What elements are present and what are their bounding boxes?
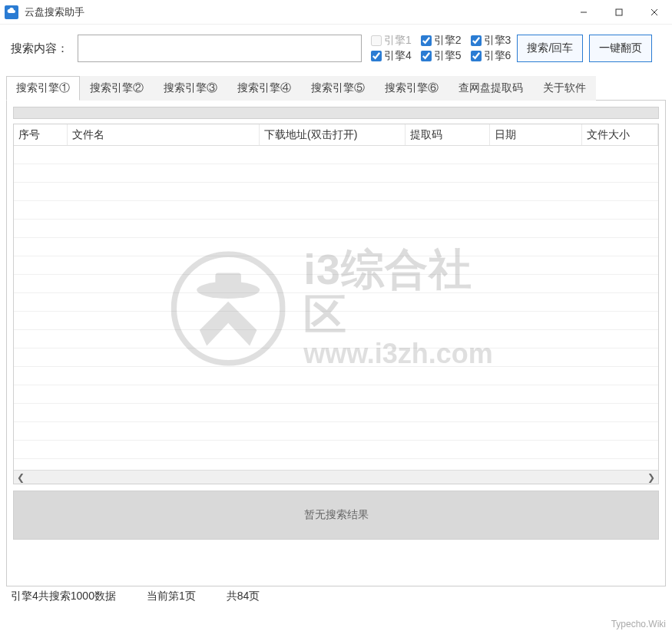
tab-engine-2[interactable]: 搜索引擎② — [80, 76, 154, 101]
engine-5-label: 引擎5 — [434, 49, 462, 63]
table-row — [14, 349, 658, 367]
status-current-page: 当前第1页 — [147, 590, 196, 603]
table-row — [14, 146, 658, 164]
engine-6-checkbox[interactable]: 引擎6 — [471, 49, 511, 63]
tab-engine-4[interactable]: 搜索引擎④ — [227, 76, 301, 101]
minimize-button[interactable] — [566, 0, 601, 25]
table-row — [14, 367, 658, 385]
tab-row: 搜索引擎① 搜索引擎② 搜索引擎③ 搜索引擎④ 搜索引擎⑤ 搜索引擎⑥ 查网盘提… — [0, 75, 672, 100]
scroll-left-icon[interactable]: ❮ — [14, 471, 28, 484]
tab-about[interactable]: 关于软件 — [533, 76, 596, 101]
engine-3-label: 引擎3 — [484, 34, 511, 48]
corner-watermark: Typecho.Wiki — [611, 619, 666, 629]
table-row — [14, 422, 658, 441]
search-button[interactable]: 搜索/回车 — [517, 35, 583, 62]
engine-2-label: 引擎2 — [434, 34, 462, 48]
table-body — [14, 146, 658, 470]
table-row — [14, 256, 658, 275]
table-row — [14, 238, 658, 256]
col-index[interactable]: 序号 — [14, 124, 68, 145]
col-extract-code[interactable]: 提取码 — [406, 124, 490, 145]
table-row — [14, 404, 658, 422]
status-total-pages: 共84页 — [227, 590, 260, 603]
engine-5-input[interactable] — [421, 51, 432, 61]
engine-3-input[interactable] — [471, 35, 482, 46]
engine-1-label: 引擎1 — [384, 34, 412, 48]
results-table: 序号 文件名 下载地址(双击打开) 提取码 日期 文件大小 — [13, 124, 659, 484]
engine-checkbox-group: 引擎1 引擎2 引擎3 引擎4 引擎5 引擎6 — [371, 34, 511, 63]
col-size[interactable]: 文件大小 — [582, 124, 658, 145]
tab-engine-5[interactable]: 搜索引擎⑤ — [301, 76, 375, 101]
col-download[interactable]: 下载地址(双击打开) — [260, 124, 406, 145]
progress-bar — [13, 107, 659, 119]
status-data-count: 引擎4共搜索1000数据 — [11, 590, 116, 603]
engine-4-label: 引擎4 — [384, 49, 412, 63]
horizontal-scrollbar[interactable]: ❮ ❯ — [14, 470, 658, 484]
search-row: 搜索内容： 引擎1 引擎2 引擎3 引擎4 引擎5 引擎6 搜索/回车 一键翻页 — [0, 25, 672, 71]
window-title: 云盘搜索助手 — [25, 5, 84, 19]
tab-engine-1[interactable]: 搜索引擎① — [6, 76, 80, 101]
maximize-button[interactable] — [601, 0, 637, 25]
search-input[interactable] — [78, 35, 362, 62]
table-row — [14, 293, 658, 312]
engine-1-input[interactable] — [371, 35, 382, 46]
app-icon — [5, 5, 18, 19]
engine-3-checkbox[interactable]: 引擎3 — [471, 34, 511, 48]
col-filename[interactable]: 文件名 — [68, 124, 260, 145]
titlebar: 云盘搜索助手 — [0, 0, 672, 25]
table-row — [14, 220, 658, 238]
svg-rect-1 — [616, 9, 622, 15]
table-row — [14, 275, 658, 293]
table-row — [14, 312, 658, 330]
page-button[interactable]: 一键翻页 — [589, 35, 652, 62]
table-row — [14, 441, 658, 459]
engine-2-input[interactable] — [421, 35, 432, 46]
no-result-banner: 暂无搜索结果 — [13, 491, 659, 540]
tab-extract-code[interactable]: 查网盘提取码 — [449, 76, 533, 101]
table-row — [14, 164, 658, 183]
table-row — [14, 201, 658, 220]
engine-5-checkbox[interactable]: 引擎5 — [421, 49, 462, 63]
col-date[interactable]: 日期 — [490, 124, 582, 145]
scroll-right-icon[interactable]: ❯ — [644, 471, 658, 484]
tab-engine-3[interactable]: 搜索引擎③ — [154, 76, 227, 101]
table-row — [14, 385, 658, 404]
engine-6-input[interactable] — [471, 51, 482, 61]
status-bar: 引擎4共搜索1000数据 当前第1页 共84页 — [0, 586, 672, 606]
engine-4-checkbox[interactable]: 引擎4 — [371, 49, 412, 63]
tab-panel: 序号 文件名 下载地址(双击打开) 提取码 日期 文件大小 — [6, 100, 666, 586]
tab-engine-6[interactable]: 搜索引擎⑥ — [375, 76, 449, 101]
engine-2-checkbox[interactable]: 引擎2 — [421, 34, 462, 48]
table-header: 序号 文件名 下载地址(双击打开) 提取码 日期 文件大小 — [14, 124, 658, 146]
search-label: 搜索内容： — [11, 41, 68, 56]
engine-1-checkbox[interactable]: 引擎1 — [371, 34, 412, 48]
table-row — [14, 183, 658, 201]
close-button[interactable] — [637, 0, 672, 25]
engine-4-input[interactable] — [371, 51, 382, 61]
table-row — [14, 330, 658, 349]
engine-6-label: 引擎6 — [484, 49, 511, 63]
table-row — [14, 459, 658, 470]
